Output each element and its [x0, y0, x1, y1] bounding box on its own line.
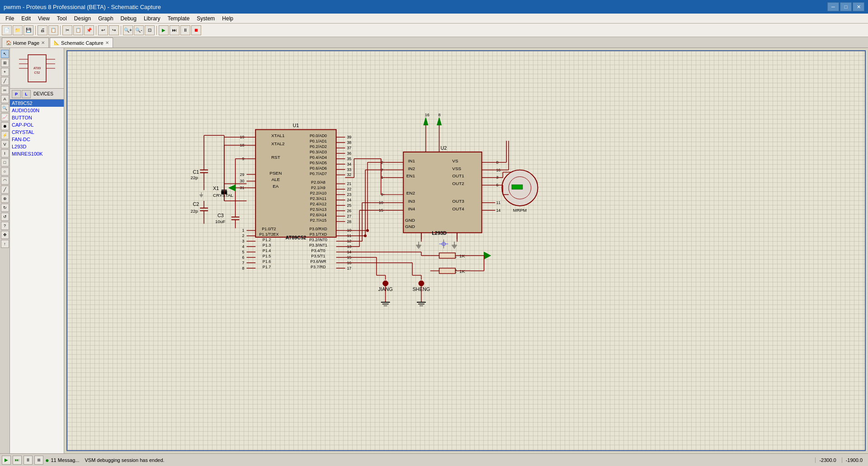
svg-text:P1.3: P1.3 — [263, 243, 271, 247]
sym-tool[interactable]: ⊕ — [1, 195, 9, 203]
svg-text:17: 17 — [347, 266, 351, 271]
menu-design[interactable]: Design — [71, 14, 94, 23]
minimize-button[interactable]: ─ — [827, 2, 839, 11]
svg-text:EN2: EN2 — [406, 190, 415, 195]
wire-tool[interactable]: ╱ — [1, 77, 9, 85]
pan-tool[interactable]: ✥ — [1, 231, 9, 239]
run-button[interactable]: ▶ — [159, 25, 169, 35]
device-button[interactable]: BUTTON — [10, 114, 64, 121]
box-tool[interactable]: □ — [1, 158, 9, 166]
zoom-in-button[interactable]: 🔍+ — [123, 25, 133, 35]
device-audio100n[interactable]: AUDIO100N — [10, 107, 64, 114]
device-l-btn[interactable]: L — [22, 90, 31, 98]
menu-edit[interactable]: Edit — [18, 14, 34, 23]
zoom-out-button[interactable]: 🔍- — [134, 25, 144, 35]
menu-debug[interactable]: Debug — [117, 14, 140, 23]
svg-point-281 — [366, 229, 369, 232]
stop-button[interactable]: ⏹ — [191, 25, 201, 35]
text-tool[interactable]: A — [1, 95, 9, 103]
svg-text:EN1: EN1 — [406, 173, 415, 178]
cut-button[interactable]: ✂ — [62, 25, 72, 35]
menu-template[interactable]: Template — [164, 14, 193, 23]
play-button[interactable]: ▶ — [2, 456, 11, 465]
tab-schematic-close[interactable]: ✕ — [105, 40, 109, 45]
paste-button[interactable]: 📌 — [84, 25, 94, 35]
zoom-fit-button[interactable]: ⊡ — [145, 25, 155, 35]
message-count[interactable]: 11 Messag... — [51, 457, 79, 463]
menu-file[interactable]: File — [2, 14, 18, 23]
print-prev-button[interactable]: 📋 — [48, 25, 58, 35]
circle-tool[interactable]: ○ — [1, 167, 9, 176]
tab-schematic[interactable]: 📐 Schematic Capture ✕ — [50, 38, 113, 48]
svg-text:4: 4 — [242, 244, 244, 249]
arc-tool[interactable]: ◠ — [1, 176, 9, 185]
zoom-area-tool[interactable]: ↑ — [1, 240, 9, 248]
device-crystal[interactable]: CRYSTAL — [10, 128, 64, 136]
stop-status-button[interactable]: ⏹ — [34, 456, 43, 465]
menu-graph[interactable]: Graph — [94, 14, 117, 23]
close-button[interactable]: ✕ — [853, 2, 864, 11]
device-l293d[interactable]: L293D — [10, 143, 64, 150]
curr-tool[interactable]: I — [1, 149, 9, 157]
schematic-area[interactable]: U1 XTAL1 XTAL2 RST PSEN ALE EA P0.0/AD0 … — [64, 48, 868, 453]
rotate-cw-tool[interactable]: ↻ — [1, 204, 9, 212]
open-button[interactable]: 📁 — [13, 25, 23, 35]
save-button[interactable]: 💾 — [24, 25, 33, 35]
junction-tool[interactable]: + — [1, 68, 9, 76]
component-tool[interactable]: ⊞ — [1, 59, 9, 67]
svg-text:8: 8 — [242, 266, 244, 271]
step-forward-button[interactable]: ⏭ — [13, 456, 22, 465]
redo-button[interactable]: ↪ — [109, 25, 119, 35]
svg-text:30: 30 — [240, 179, 245, 183]
menu-tool[interactable]: Tool — [53, 14, 71, 23]
left-sidebar: ↖ ⊞ + ╱ ═ A 🔍 📈 ⏺ ⚡ V I □ ○ ◠ ╱ ⊕ ↻ ↺ ? … — [0, 48, 10, 453]
svg-text:OUT3: OUT3 — [452, 199, 464, 204]
svg-text:VS: VS — [452, 158, 458, 163]
pause-button[interactable]: ⏸ — [180, 25, 190, 35]
menu-library[interactable]: Library — [140, 14, 164, 23]
new-button[interactable]: 📄 — [2, 25, 12, 35]
svg-text:AT89: AT89 — [33, 67, 40, 70]
menu-view[interactable]: View — [34, 14, 53, 23]
svg-text:21: 21 — [347, 181, 351, 186]
svg-text:28: 28 — [347, 219, 351, 224]
graph-tool[interactable]: 📈 — [1, 113, 9, 121]
schematic-canvas[interactable]: U1 XTAL1 XTAL2 RST PSEN ALE EA P0.0/AD0 … — [66, 50, 866, 451]
select-tool[interactable]: ↖ — [1, 50, 9, 58]
svg-text:25: 25 — [347, 203, 351, 208]
device-panel: AT89 C52 P L DEVICES AT89C52 AUDIO100N B… — [10, 48, 64, 453]
device-minres100k[interactable]: MINRES100K — [10, 150, 64, 157]
volt-tool[interactable]: V — [1, 140, 9, 148]
device-cap-pol[interactable]: CAP-POL — [10, 121, 64, 128]
device-fan-dc[interactable]: FAN-DC — [10, 136, 64, 143]
probe-tool[interactable]: 🔍 — [1, 104, 9, 112]
rotate-ccw-tool[interactable]: ↺ — [1, 213, 9, 221]
pause-status-button[interactable]: ⏸ — [24, 456, 33, 465]
svg-text:GND: GND — [405, 224, 415, 229]
maximize-button[interactable]: □ — [840, 2, 852, 11]
svg-text:P0.6/AD6: P0.6/AD6 — [310, 166, 327, 171]
svg-text:P1.4: P1.4 — [263, 248, 271, 253]
step-button[interactable]: ⏭ — [170, 25, 179, 35]
svg-text:RST: RST — [271, 155, 280, 160]
status-icon: ● — [45, 456, 49, 464]
device-at89c52[interactable]: AT89C52 — [10, 100, 64, 107]
menu-help[interactable]: Help — [218, 14, 237, 23]
bus-tool[interactable]: ═ — [1, 86, 9, 94]
schematic-svg: U1 XTAL1 XTAL2 RST PSEN ALE EA P0.0/AD0 … — [67, 51, 865, 450]
tab-home-close[interactable]: ✕ — [41, 40, 45, 45]
svg-text:L293D: L293D — [432, 230, 447, 236]
tape-tool[interactable]: ⏺ — [1, 122, 9, 130]
undo-button[interactable]: ↩ — [98, 25, 108, 35]
print-button[interactable]: 🖨 — [38, 25, 47, 35]
svg-text:7: 7 — [242, 261, 244, 265]
tab-homepage[interactable]: 🏠 Home Page ✕ — [2, 38, 49, 48]
device-p-btn[interactable]: P — [12, 90, 21, 98]
menu-system[interactable]: System — [193, 14, 218, 23]
svg-text:1: 1 — [242, 228, 244, 233]
help-tool[interactable]: ? — [1, 222, 9, 230]
line-tool[interactable]: ╱ — [1, 185, 9, 194]
copy-button[interactable]: 📋 — [73, 25, 83, 35]
svg-text:11: 11 — [496, 200, 500, 205]
gen-tool[interactable]: ⚡ — [1, 131, 9, 139]
